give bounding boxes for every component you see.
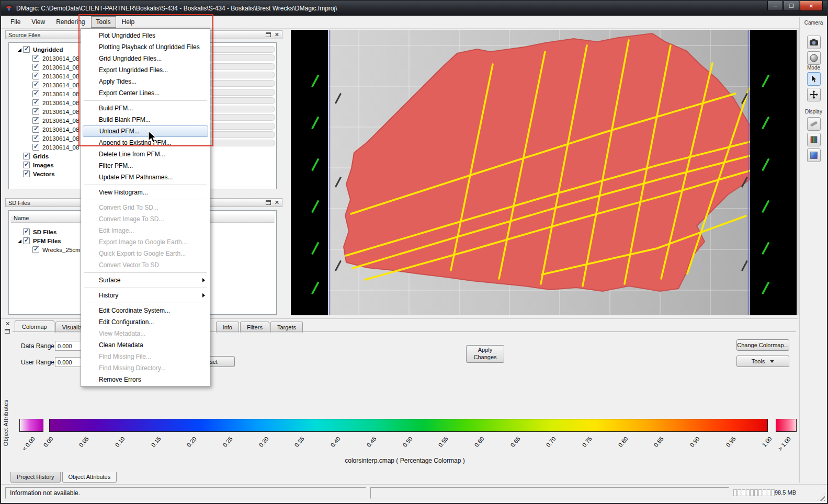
menubar-item-rendering[interactable]: Rendering (51, 16, 90, 28)
checkbox-checked[interactable] (23, 228, 30, 235)
tab-colormap[interactable]: Colormap (15, 320, 54, 333)
right-toolbar (799, 17, 828, 483)
dock-float-icon[interactable] (5, 329, 10, 334)
map-view[interactable] (291, 30, 797, 315)
tree-item-label: 20130614_08 (42, 135, 79, 142)
tree-item-label: 20130614_08 (42, 109, 79, 115)
menu-item-label: Grid Ungridded Files... (99, 55, 162, 62)
camera-button[interactable] (807, 36, 821, 49)
memory-block (746, 489, 750, 496)
tab-filters[interactable]: Filters (240, 322, 269, 333)
user-range-label: User Range: (21, 359, 56, 366)
minimize-button[interactable]: ─ (767, 1, 783, 11)
menu-item-surface[interactable]: Surface (81, 274, 210, 286)
tab-targets[interactable]: Targets (270, 322, 303, 333)
menubar-item-view[interactable]: View (26, 16, 50, 28)
menu-item-edit-image: Edit Image... (81, 225, 210, 236)
float-panel-icon[interactable] (266, 200, 271, 205)
menu-item-clean-metadata[interactable]: Clean Metadata (81, 339, 210, 351)
colormap-caption: colorsinterp.cmap ( Percentage Colormap … (295, 457, 515, 464)
menu-item-plot-ungridded-files[interactable]: Plot Ungridded Files (81, 30, 210, 41)
menu-item-filter-pfm[interactable]: Filter PFM... (81, 160, 210, 171)
checkbox-checked[interactable] (23, 162, 30, 168)
menu-separator (84, 100, 207, 101)
menubar-item-tools[interactable]: Tools (91, 16, 116, 28)
tab-info[interactable]: Info (216, 322, 239, 333)
menubar-item-help[interactable]: Help (117, 16, 140, 28)
orbit-button[interactable] (807, 51, 821, 65)
pan-mode-button[interactable] (807, 88, 821, 101)
menubar-item-file[interactable]: File (5, 16, 26, 28)
checkbox-checked[interactable] (23, 153, 30, 159)
float-panel-icon[interactable] (266, 32, 271, 37)
checkbox-checked[interactable] (23, 46, 30, 53)
checkbox-checked[interactable] (32, 55, 39, 62)
menu-bar: FileViewRenderingToolsHelp (1, 16, 827, 29)
menu-item-update-pfm-pathnames[interactable]: Update PFM Pathnames... (81, 171, 210, 183)
tree-item-label: Ungridded (33, 47, 63, 53)
menu-separator (84, 200, 207, 200)
file-status-row (209, 140, 275, 146)
apply-changes-button[interactable]: Apply Changes (466, 345, 504, 363)
select-mode-button[interactable] (807, 72, 821, 86)
dock-close-icon[interactable]: ✕ (5, 320, 10, 327)
dock-side-tab[interactable]: Object Attributes (3, 399, 9, 446)
menu-item-export-image-to-google-earth: Export Image to Google Earth... (81, 236, 210, 248)
orbit-icon (809, 53, 819, 63)
menu-item-unload-pfm[interactable]: Unload PFM... (83, 125, 208, 137)
close-button[interactable]: ✕ (800, 1, 823, 11)
menu-item-build-pfm[interactable]: Build PFM... (81, 102, 210, 114)
file-status-row (209, 131, 275, 138)
menu-item-build-blank-pfm[interactable]: Build Blank PFM... (81, 114, 210, 125)
expander-icon[interactable]: ◢ (16, 238, 23, 244)
data-range-label: Data Range: (21, 342, 56, 350)
close-panel-icon[interactable]: ✕ (275, 32, 279, 38)
menu-item-history[interactable]: History (81, 290, 210, 301)
expander-icon[interactable]: ◢ (16, 47, 23, 52)
checkbox-checked[interactable] (32, 117, 39, 124)
checkbox-checked[interactable] (32, 99, 39, 106)
submenu-arrow-icon (202, 278, 205, 282)
menu-item-view-histogram[interactable]: View Histogram... (81, 187, 210, 198)
close-panel-icon[interactable]: ✕ (275, 200, 279, 205)
camera-icon (809, 37, 819, 48)
menu-item-append-to-existing-pfm[interactable]: Append to Existing PFM... (81, 137, 210, 148)
colormap-display-button[interactable] (807, 133, 821, 146)
checkbox-checked[interactable] (32, 90, 39, 97)
surface-display-button[interactable] (807, 148, 821, 162)
checkbox-checked[interactable] (32, 246, 39, 253)
change-colormap-button[interactable]: Change Colormap... (736, 339, 789, 351)
menu-item-export-center-lines[interactable]: Export Center Lines... (81, 87, 210, 99)
memory-usage-label: 98.5 MB (775, 489, 796, 496)
tools-dropdown-button[interactable]: Tools (736, 356, 789, 367)
menu-item-plotting-playback-of-ungridded-files[interactable]: Plotting Playback of Ungridded Files (81, 41, 210, 53)
menu-item-delete-line-from-pfm[interactable]: Delete Line from PFM... (81, 148, 210, 160)
checkbox-checked[interactable] (32, 135, 39, 142)
menu-item-apply-tides[interactable]: Apply Tides... (81, 76, 210, 87)
menu-item-export-ungridded-files[interactable]: Export Ungridded Files... (81, 64, 210, 76)
display-section-label: Display (799, 109, 828, 114)
bottom-tab-object-attributes[interactable]: Object Attributes (62, 472, 117, 483)
menu-item-label: View Metadata... (99, 330, 145, 337)
checkbox-checked[interactable] (32, 108, 39, 115)
cursor-icon (809, 74, 819, 84)
maximize-button[interactable]: ❐ (784, 1, 799, 11)
bottom-tab-project-history[interactable]: Project History (10, 472, 61, 483)
checkbox-checked[interactable] (32, 73, 39, 79)
checkbox-checked[interactable] (23, 237, 30, 244)
menu-item-grid-ungridded-files[interactable]: Grid Ungridded Files... (81, 53, 210, 64)
checkbox-checked[interactable] (32, 82, 39, 88)
checkbox-checked[interactable] (32, 144, 39, 151)
tree-item-label: 20130614_08 (42, 82, 79, 88)
menu-item-remove-errors[interactable]: Remove Errors (81, 374, 210, 385)
light-button[interactable] (807, 117, 821, 131)
menu-item-edit-configuration[interactable]: Edit Configuration... (81, 316, 210, 328)
mouse-cursor (148, 131, 157, 144)
tree-item-label: Images (33, 162, 54, 168)
checkbox-checked[interactable] (23, 170, 30, 177)
tree-item-label: 20130614_08 (42, 127, 79, 133)
checkbox-checked[interactable] (32, 64, 39, 71)
menu-item-label: Build PFM... (99, 105, 133, 112)
checkbox-checked[interactable] (32, 126, 39, 133)
menu-item-edit-coordinate-system[interactable]: Edit Coordinate System... (81, 305, 210, 316)
